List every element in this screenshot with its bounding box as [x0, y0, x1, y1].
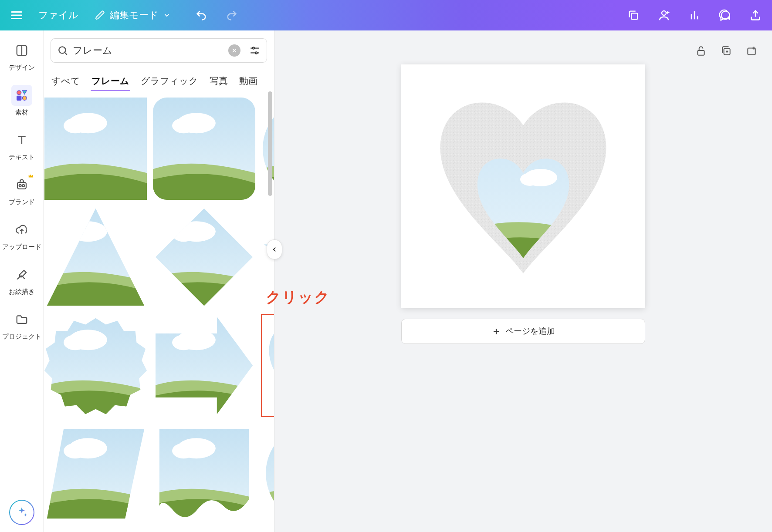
frame-wavy-rect[interactable]: [153, 423, 255, 525]
search-icon: [57, 45, 68, 56]
svg-point-29: [255, 52, 257, 54]
add-user-icon: [657, 9, 670, 22]
comment-button[interactable]: [715, 6, 735, 25]
sidebar-item-brand[interactable]: ブランド: [0, 173, 43, 208]
sidebar-item-label: デザイン: [9, 64, 35, 72]
share-button[interactable]: [746, 6, 765, 25]
canvas-heart-frame[interactable]: [414, 86, 632, 286]
svg-rect-14: [17, 96, 21, 100]
svg-point-22: [59, 47, 65, 53]
add-page-icon: [746, 45, 757, 57]
svg-point-45: [64, 226, 87, 242]
frame-thumbnail-icon: [44, 206, 147, 308]
filter-button[interactable]: [247, 43, 262, 58]
svg-point-33: [64, 118, 87, 133]
redo-button[interactable]: [222, 6, 241, 25]
add-page-icon-button[interactable]: [744, 44, 759, 58]
collapse-panel-button[interactable]: [267, 239, 282, 259]
frame-thumbnail-icon: [153, 206, 255, 308]
frame-thumbnail-icon: [44, 423, 147, 525]
frame-thumbnail-icon: [44, 98, 147, 200]
frame-diamond[interactable]: [153, 206, 255, 308]
menu-icon: [10, 9, 23, 22]
scrollbar-thumb[interactable]: [268, 91, 272, 196]
file-menu[interactable]: ファイル: [34, 6, 83, 24]
sparkle-icon: [16, 506, 28, 519]
upload-icon: [749, 9, 762, 21]
frame-badge[interactable]: [44, 314, 147, 417]
sidebar-item-label: テキスト: [9, 153, 35, 162]
tab-all[interactable]: すべて: [51, 71, 81, 91]
category-tabs: すべて フレーム グラフィック 写真 動画: [51, 71, 267, 91]
left-sidebar: デザイン 素材 テキスト ブランド アップロード お絵描き プロジェクト: [0, 30, 44, 532]
svg-point-67: [64, 443, 87, 458]
clear-search-button[interactable]: [228, 44, 240, 57]
frame-parallelogram[interactable]: [44, 423, 147, 525]
svg-point-4: [662, 11, 666, 15]
redo-icon: [226, 9, 238, 21]
duplicate-page-button[interactable]: [719, 44, 734, 58]
frame-arrow-right[interactable]: [153, 314, 255, 417]
sidebar-item-elements[interactable]: 素材: [0, 83, 43, 118]
ai-magic-button[interactable]: [9, 500, 34, 525]
text-icon: [15, 134, 28, 147]
frame-thumbnail-icon: [153, 314, 255, 417]
svg-rect-3: [631, 13, 637, 19]
duplicate-icon: [721, 45, 732, 57]
svg-line-23: [65, 53, 67, 55]
undo-button[interactable]: [192, 6, 211, 25]
analytics-button[interactable]: [685, 6, 704, 25]
sidebar-item-label: プロジェクト: [2, 333, 41, 341]
invite-button[interactable]: [654, 6, 674, 25]
copy-design-button[interactable]: [624, 6, 643, 25]
frame-triangle[interactable]: [44, 206, 147, 308]
svg-rect-74: [698, 51, 704, 55]
frame-rounded-square[interactable]: [153, 98, 255, 200]
canvas-area: ＋ ページを追加: [274, 30, 772, 532]
design-icon: [15, 44, 28, 57]
search-input[interactable]: [73, 45, 224, 56]
frames-grid: [44, 98, 274, 532]
draw-icon: [15, 268, 28, 281]
svg-point-49: [172, 226, 195, 242]
menu-button[interactable]: [7, 6, 26, 25]
sidebar-item-label: ブランド: [9, 198, 35, 206]
tab-photos[interactable]: 写真: [209, 71, 229, 91]
svg-point-19: [19, 185, 21, 187]
app-header: ファイル 編集モード: [0, 0, 772, 30]
sidebar-item-draw[interactable]: お絵描き: [0, 263, 43, 298]
pencil-icon: [95, 10, 105, 20]
svg-rect-58: [153, 314, 255, 417]
close-icon: [231, 47, 237, 54]
sliders-icon: [249, 45, 261, 56]
canvas-toolbar: [694, 44, 759, 58]
tab-videos[interactable]: 動画: [238, 71, 258, 91]
frame-square[interactable]: [44, 98, 147, 200]
heart-frame-icon: [414, 86, 632, 286]
svg-marker-13: [22, 91, 27, 94]
svg-point-44: [69, 221, 107, 242]
svg-point-12: [17, 91, 21, 95]
crown-icon: [28, 173, 34, 179]
plus-icon: ＋: [491, 325, 501, 338]
add-page-button[interactable]: ＋ ページを追加: [401, 319, 645, 344]
sidebar-item-design[interactable]: デザイン: [0, 38, 43, 74]
tab-frames[interactable]: フレーム: [91, 71, 130, 91]
canvas-page[interactable]: [401, 64, 645, 308]
chevron-down-icon: [163, 11, 171, 19]
sidebar-item-projects[interactable]: プロジェクト: [0, 307, 43, 343]
svg-rect-68: [153, 423, 255, 525]
undo-icon: [195, 9, 207, 21]
unlock-icon: [695, 45, 707, 57]
svg-point-60: [172, 335, 195, 350]
sidebar-item-label: アップロード: [2, 243, 41, 251]
edit-mode-label: 編集モード: [110, 9, 159, 22]
tab-graphics[interactable]: グラフィック: [140, 71, 199, 91]
panel-scrollbar[interactable]: [267, 91, 273, 528]
sidebar-item-uploads[interactable]: アップロード: [0, 218, 43, 253]
sidebar-item-text[interactable]: テキスト: [0, 128, 43, 163]
edit-mode-selector[interactable]: 編集モード: [91, 6, 175, 24]
lock-button[interactable]: [694, 44, 708, 58]
frame-thumbnail-icon: [153, 423, 255, 525]
sidebar-item-label: 素材: [15, 108, 28, 117]
